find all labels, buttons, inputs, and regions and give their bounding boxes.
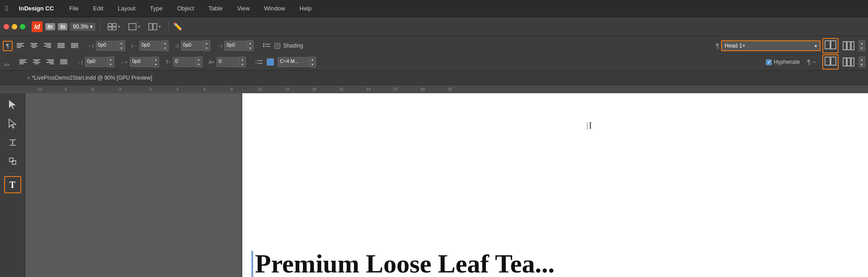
- space-before-value[interactable]: 0p0: [181, 41, 203, 51]
- apple-menu[interactable]: : [5, 5, 8, 13]
- style-dropdown-arrow[interactable]: ▾: [815, 43, 817, 48]
- space-after-up[interactable]: ▲: [247, 41, 253, 46]
- left-indent-input[interactable]: 0p0 ▲▼: [96, 40, 125, 51]
- first-indent-up[interactable]: ▲: [108, 57, 114, 62]
- menu-table[interactable]: Table: [206, 4, 225, 13]
- align-center-2[interactable]: [31, 58, 42, 66]
- right-spin-down-2[interactable]: ▼: [859, 62, 865, 67]
- document-page[interactable]: | I Premium Loose Leaf Tea...: [242, 93, 868, 277]
- zoom-control[interactable]: 90.3% ▾: [70, 23, 95, 31]
- align-left[interactable]: [14, 42, 26, 50]
- dropdown-arrow-1[interactable]: ▾: [118, 24, 120, 29]
- color-up[interactable]: ▲: [309, 57, 316, 62]
- first-indent-down[interactable]: ▼: [108, 62, 114, 67]
- right-indent-up[interactable]: ▲: [162, 41, 168, 46]
- shading-checkbox[interactable]: [274, 43, 280, 49]
- menu-object[interactable]: Object: [175, 4, 197, 13]
- right-spin-up[interactable]: ▲: [859, 41, 865, 46]
- align-center[interactable]: [28, 42, 40, 50]
- tab-close-button[interactable]: ×: [27, 75, 30, 81]
- hyphenate-checkbox[interactable]: ✓: [766, 59, 772, 65]
- view-mode-3[interactable]: ▾: [146, 22, 164, 32]
- column-layout-icons-2[interactable]: [822, 54, 839, 70]
- menu-layout[interactable]: Layout: [115, 4, 138, 13]
- left-indent-down[interactable]: ▼: [118, 46, 125, 51]
- drop-cap-chars-up[interactable]: ▲: [152, 57, 159, 62]
- drop-cap-chars[interactable]: 0p0 ▲▼: [130, 57, 159, 67]
- menu-type[interactable]: Type: [147, 4, 165, 13]
- space-after-down[interactable]: ▼: [247, 46, 253, 51]
- column-layout-icon2[interactable]: [840, 40, 857, 52]
- space-after-input[interactable]: 0p0 ▲▼: [224, 40, 254, 51]
- color-swatch[interactable]: [267, 58, 274, 66]
- menu-view[interactable]: View: [234, 4, 252, 13]
- zoom-dropdown-icon[interactable]: ▾: [90, 24, 93, 30]
- space-after-value[interactable]: 0p0: [224, 41, 247, 51]
- right-spinner[interactable]: ▲ ▼: [859, 40, 865, 51]
- first-indent-input[interactable]: 0p0 ▲▼: [85, 57, 114, 67]
- close-button[interactable]: [4, 24, 9, 29]
- numbered-list[interactable]: 1.2.: [253, 58, 265, 66]
- color-dropdown[interactable]: C=4 M... ▲▼: [278, 57, 316, 67]
- para-right-symbol: ¶: [716, 42, 719, 49]
- drop-cap-lines-up[interactable]: ▲: [196, 57, 202, 62]
- gap-tool[interactable]: [4, 134, 21, 151]
- right-indent-input[interactable]: 0p0 ▲▼: [139, 40, 169, 51]
- scale-tool[interactable]: [4, 153, 21, 170]
- more-tools[interactable]: >>: [2, 60, 11, 68]
- type-tool[interactable]: T: [4, 176, 21, 193]
- space-before-2-up[interactable]: ▲: [239, 57, 245, 62]
- space-before-2[interactable]: 0 ▲▼: [217, 57, 246, 67]
- paragraph-tool[interactable]: ¶: [3, 41, 13, 51]
- menu-help[interactable]: Help: [297, 4, 315, 13]
- view-mode-2[interactable]: ▾: [126, 22, 143, 32]
- canvas-area[interactable]: | I Premium Loose Leaf Tea...: [25, 93, 868, 277]
- space-before-2-down[interactable]: ▼: [239, 62, 245, 67]
- drop-cap-lines-down[interactable]: ▼: [196, 62, 202, 67]
- space-before-2-value[interactable]: 0: [217, 57, 239, 67]
- maximize-button[interactable]: [20, 24, 25, 29]
- text-frame[interactable]: Premium Loose Leaf Tea...: [251, 251, 859, 277]
- right-spinner-2[interactable]: ▲ ▼: [859, 57, 865, 67]
- menu-edit[interactable]: Edit: [90, 4, 106, 13]
- align-left-2[interactable]: [17, 58, 29, 66]
- align-justify-all[interactable]: [69, 42, 80, 50]
- align-justify[interactable]: [55, 42, 67, 50]
- dropdown-arrow-2[interactable]: ▾: [138, 24, 140, 29]
- minimize-button[interactable]: [12, 24, 17, 29]
- drop-cap-lines-value[interactable]: 0: [173, 57, 196, 67]
- br-badge[interactable]: Br: [45, 23, 55, 30]
- right-spin-down[interactable]: ▼: [859, 46, 865, 51]
- right-indent-value[interactable]: 0p0: [139, 41, 162, 51]
- drop-cap-chars-down[interactable]: ▼: [152, 62, 159, 67]
- selection-tool[interactable]: [4, 96, 21, 113]
- list-style[interactable]: [261, 42, 273, 50]
- space-before-down[interactable]: ▼: [203, 46, 210, 51]
- align-justify-2[interactable]: [58, 58, 70, 66]
- style-dropdown[interactable]: Head 1+ ▾: [721, 40, 821, 51]
- align-right[interactable]: [42, 42, 53, 50]
- dropdown-arrow-3[interactable]: ▾: [159, 24, 161, 29]
- drop-cap-chars-value[interactable]: 0p0: [130, 57, 152, 67]
- align-right-2[interactable]: [44, 58, 56, 66]
- left-indent-value[interactable]: 0p0: [96, 41, 118, 51]
- right-spin-up-2[interactable]: ▲: [859, 57, 865, 62]
- direct-selection-tool[interactable]: [4, 115, 21, 132]
- menu-window[interactable]: Window: [261, 4, 288, 13]
- right-indent-down[interactable]: ▼: [162, 46, 168, 51]
- tab-label[interactable]: *LiveProsDemo2Start.indd @ 90% [GPU Prev…: [32, 75, 152, 81]
- drop-cap-lines[interactable]: 0 ▲▼: [173, 57, 203, 67]
- column-layout-icon3[interactable]: [840, 56, 857, 68]
- pencil-icon[interactable]: ✏️: [173, 22, 182, 31]
- para-row-2: ←| 0p0 ▲▼ ←+ 0p0 ▲▼ T↑ 0 ▲▼ A+ 0 ▲▼ 1.2.: [3, 54, 865, 70]
- color-value[interactable]: C=4 M...: [278, 57, 309, 67]
- space-before-input[interactable]: 0p0 ▲▼: [181, 40, 210, 51]
- left-indent-up[interactable]: ▲: [118, 41, 125, 46]
- first-indent-value[interactable]: 0p0: [85, 57, 108, 67]
- menu-file[interactable]: File: [66, 4, 81, 13]
- st-badge[interactable]: St: [58, 23, 67, 30]
- view-mode-1[interactable]: ▾: [105, 22, 123, 32]
- column-layout-icons[interactable]: [822, 38, 839, 53]
- space-before-up[interactable]: ▲: [203, 41, 210, 46]
- color-down[interactable]: ▼: [309, 62, 316, 67]
